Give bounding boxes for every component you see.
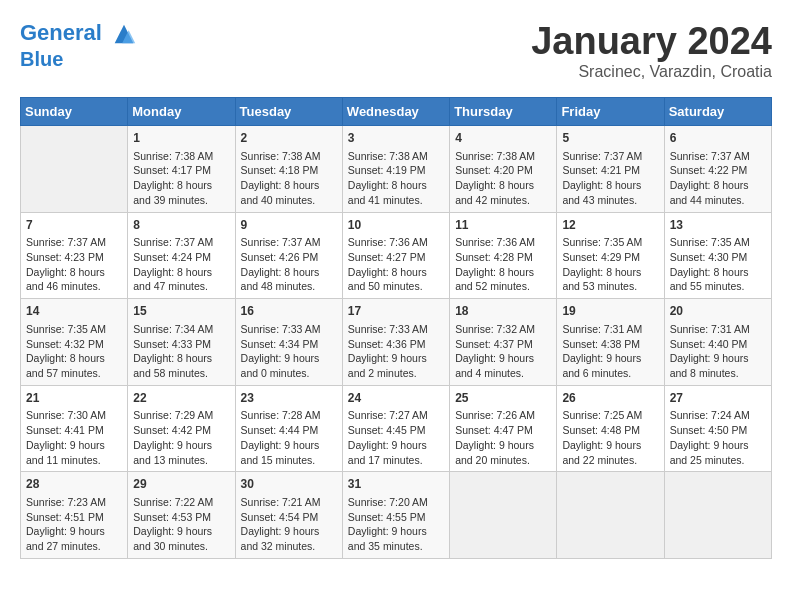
calendar-cell (450, 472, 557, 559)
day-info-line: Sunset: 4:53 PM (133, 510, 229, 525)
day-info-line: and 32 minutes. (241, 539, 337, 554)
day-number: 1 (133, 130, 229, 147)
day-info-line: Sunrise: 7:24 AM (670, 408, 766, 423)
day-info-line: Sunset: 4:21 PM (562, 163, 658, 178)
day-info-line: and 46 minutes. (26, 279, 122, 294)
day-number: 30 (241, 476, 337, 493)
calendar-week-row: 7Sunrise: 7:37 AMSunset: 4:23 PMDaylight… (21, 212, 772, 299)
day-info-line: Daylight: 8 hours (348, 265, 444, 280)
day-info-line: Sunrise: 7:36 AM (348, 235, 444, 250)
day-info-line: Sunset: 4:34 PM (241, 337, 337, 352)
day-info-line: Sunrise: 7:37 AM (133, 235, 229, 250)
day-info-line: Sunset: 4:36 PM (348, 337, 444, 352)
calendar-cell: 25Sunrise: 7:26 AMSunset: 4:47 PMDayligh… (450, 385, 557, 472)
weekday-header-thursday: Thursday (450, 98, 557, 126)
calendar-cell: 23Sunrise: 7:28 AMSunset: 4:44 PMDayligh… (235, 385, 342, 472)
day-info-line: and 13 minutes. (133, 453, 229, 468)
day-info-line: Sunrise: 7:37 AM (241, 235, 337, 250)
day-info-line: Sunset: 4:47 PM (455, 423, 551, 438)
day-info-line: Daylight: 8 hours (26, 265, 122, 280)
day-info-line: Daylight: 8 hours (133, 351, 229, 366)
weekday-header-monday: Monday (128, 98, 235, 126)
day-info-line: Sunrise: 7:35 AM (26, 322, 122, 337)
day-info-line: and 55 minutes. (670, 279, 766, 294)
weekday-header-tuesday: Tuesday (235, 98, 342, 126)
day-info-line: Sunset: 4:28 PM (455, 250, 551, 265)
day-number: 18 (455, 303, 551, 320)
day-number: 4 (455, 130, 551, 147)
weekday-header-friday: Friday (557, 98, 664, 126)
day-info-line: Sunset: 4:22 PM (670, 163, 766, 178)
calendar-cell: 28Sunrise: 7:23 AMSunset: 4:51 PMDayligh… (21, 472, 128, 559)
day-number: 17 (348, 303, 444, 320)
day-info-line: Sunset: 4:33 PM (133, 337, 229, 352)
day-info-line: Sunrise: 7:27 AM (348, 408, 444, 423)
day-info-line: Daylight: 8 hours (133, 265, 229, 280)
day-info-line: Sunset: 4:29 PM (562, 250, 658, 265)
day-number: 29 (133, 476, 229, 493)
day-info-line: Daylight: 8 hours (241, 265, 337, 280)
calendar-cell: 3Sunrise: 7:38 AMSunset: 4:19 PMDaylight… (342, 126, 449, 213)
calendar-cell: 8Sunrise: 7:37 AMSunset: 4:24 PMDaylight… (128, 212, 235, 299)
calendar-cell: 27Sunrise: 7:24 AMSunset: 4:50 PMDayligh… (664, 385, 771, 472)
day-info-line: Sunset: 4:27 PM (348, 250, 444, 265)
calendar-cell: 12Sunrise: 7:35 AMSunset: 4:29 PMDayligh… (557, 212, 664, 299)
calendar-cell (21, 126, 128, 213)
day-number: 20 (670, 303, 766, 320)
day-number: 15 (133, 303, 229, 320)
day-info-line: Daylight: 9 hours (348, 351, 444, 366)
day-info-line: Sunset: 4:37 PM (455, 337, 551, 352)
day-number: 10 (348, 217, 444, 234)
day-number: 9 (241, 217, 337, 234)
day-number: 12 (562, 217, 658, 234)
day-info-line: Sunset: 4:42 PM (133, 423, 229, 438)
page-header: General Blue January 2024 Sracinec, Vara… (20, 20, 772, 81)
day-info-line: and 30 minutes. (133, 539, 229, 554)
day-info-line: Daylight: 9 hours (26, 438, 122, 453)
calendar-cell: 17Sunrise: 7:33 AMSunset: 4:36 PMDayligh… (342, 299, 449, 386)
calendar-cell: 21Sunrise: 7:30 AMSunset: 4:41 PMDayligh… (21, 385, 128, 472)
title-block: January 2024 Sracinec, Varazdin, Croatia (531, 20, 772, 81)
day-info-line: and 2 minutes. (348, 366, 444, 381)
day-info-line: Sunset: 4:55 PM (348, 510, 444, 525)
day-info-line: Sunrise: 7:33 AM (348, 322, 444, 337)
calendar-cell: 10Sunrise: 7:36 AMSunset: 4:27 PMDayligh… (342, 212, 449, 299)
month-title: January 2024 (531, 20, 772, 63)
day-info-line: Daylight: 8 hours (348, 178, 444, 193)
day-info-line: Daylight: 8 hours (455, 178, 551, 193)
day-info-line: Sunrise: 7:37 AM (26, 235, 122, 250)
day-info-line: Sunrise: 7:28 AM (241, 408, 337, 423)
day-info-line: and 50 minutes. (348, 279, 444, 294)
day-info-line: and 22 minutes. (562, 453, 658, 468)
day-info-line: Sunset: 4:23 PM (26, 250, 122, 265)
day-info-line: Sunrise: 7:25 AM (562, 408, 658, 423)
calendar-cell: 22Sunrise: 7:29 AMSunset: 4:42 PMDayligh… (128, 385, 235, 472)
day-info-line: Sunset: 4:50 PM (670, 423, 766, 438)
day-info-line: and 47 minutes. (133, 279, 229, 294)
calendar-week-row: 28Sunrise: 7:23 AMSunset: 4:51 PMDayligh… (21, 472, 772, 559)
calendar-cell: 31Sunrise: 7:20 AMSunset: 4:55 PMDayligh… (342, 472, 449, 559)
day-info-line: Sunset: 4:41 PM (26, 423, 122, 438)
day-info-line: Sunrise: 7:31 AM (562, 322, 658, 337)
day-info-line: Sunrise: 7:38 AM (455, 149, 551, 164)
calendar-week-row: 14Sunrise: 7:35 AMSunset: 4:32 PMDayligh… (21, 299, 772, 386)
calendar-cell (664, 472, 771, 559)
calendar-cell: 2Sunrise: 7:38 AMSunset: 4:18 PMDaylight… (235, 126, 342, 213)
day-number: 5 (562, 130, 658, 147)
calendar-cell: 6Sunrise: 7:37 AMSunset: 4:22 PMDaylight… (664, 126, 771, 213)
day-info-line: Sunset: 4:19 PM (348, 163, 444, 178)
day-info-line: Sunset: 4:51 PM (26, 510, 122, 525)
calendar-cell: 5Sunrise: 7:37 AMSunset: 4:21 PMDaylight… (557, 126, 664, 213)
day-number: 11 (455, 217, 551, 234)
day-info-line: and 6 minutes. (562, 366, 658, 381)
day-number: 6 (670, 130, 766, 147)
calendar-cell: 18Sunrise: 7:32 AMSunset: 4:37 PMDayligh… (450, 299, 557, 386)
day-info-line: Daylight: 9 hours (562, 351, 658, 366)
day-info-line: Sunset: 4:30 PM (670, 250, 766, 265)
day-info-line: Sunrise: 7:33 AM (241, 322, 337, 337)
day-info-line: Sunrise: 7:26 AM (455, 408, 551, 423)
day-info-line: Daylight: 8 hours (241, 178, 337, 193)
day-info-line: Daylight: 9 hours (26, 524, 122, 539)
day-info-line: Daylight: 9 hours (455, 351, 551, 366)
calendar-cell: 16Sunrise: 7:33 AMSunset: 4:34 PMDayligh… (235, 299, 342, 386)
